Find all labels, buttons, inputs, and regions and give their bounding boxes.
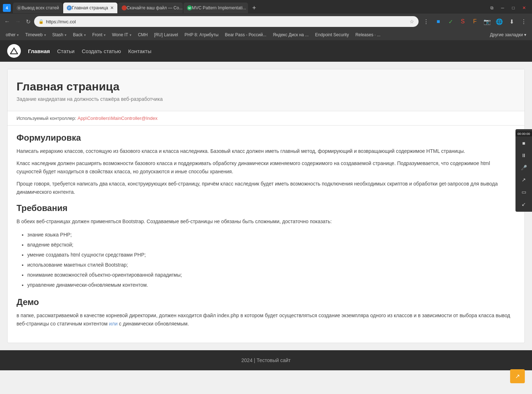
demo-link-ili[interactable]: или bbox=[109, 321, 118, 327]
bookmark-bearpass-label: Bear Pass - Россий... bbox=[225, 32, 267, 37]
fab-button[interactable]: ↗ bbox=[510, 369, 525, 383]
nav-link-home[interactable]: Главная bbox=[28, 48, 50, 54]
bookmark-smn-label: СМН bbox=[138, 32, 148, 37]
tab-favicon-vyvod: V bbox=[17, 5, 22, 10]
bookmark-releases[interactable]: Releases · ... bbox=[353, 32, 383, 38]
bookmark-other-label: other bbox=[6, 32, 15, 37]
bookmark-yandex[interactable]: Яндекс Диск на ... bbox=[270, 32, 312, 38]
side-widget-screen-btn[interactable]: ▭ bbox=[517, 187, 530, 197]
win-minimize-btn[interactable]: ─ bbox=[498, 4, 508, 12]
tab-label-skachat: Скачайте ваш файл — Co... bbox=[127, 5, 183, 10]
hero-title: Главная страница bbox=[17, 80, 515, 93]
bookmark-back[interactable]: Back ▾ bbox=[70, 32, 89, 38]
main-content: Главная страница Задание кандидатам на д… bbox=[0, 62, 532, 350]
browser-ext-2[interactable]: ✓ bbox=[445, 16, 456, 27]
bookmark-endpoint-label: Endpoint Security bbox=[315, 32, 349, 37]
browser-ext-3[interactable]: S bbox=[457, 16, 468, 27]
website-wrapper: Главная Статьи Создать статью Контакты Г… bbox=[0, 40, 532, 370]
back-button[interactable]: ← bbox=[3, 17, 11, 26]
bookmark-woneit-label: Wone IT bbox=[112, 32, 128, 37]
bookmark-back-label: Back bbox=[73, 32, 83, 37]
side-widget-mic-btn[interactable]: 🎤 bbox=[517, 162, 530, 173]
bookmark-front-dropdown: ▾ bbox=[104, 33, 106, 37]
paragraph-formulation-2: Класс наследник должен расширять возможн… bbox=[17, 159, 515, 175]
bookmark-other[interactable]: other ▾ bbox=[3, 32, 22, 38]
toolbar-icons: ⋮ ■ ✓ S F 📷 🌐 ⬇ ⋮ bbox=[421, 16, 529, 27]
side-widget-arrow-up-btn[interactable]: ↗ bbox=[517, 174, 530, 185]
bookmark-bearpass[interactable]: Bear Pass - Россий... bbox=[222, 32, 270, 38]
list-item: знание языка PHP; bbox=[27, 230, 515, 240]
site-footer: 2024 | Тестовый сайт bbox=[0, 350, 532, 370]
list-item: умение создавать html сущности средствам… bbox=[27, 250, 515, 260]
forward-button[interactable]: → bbox=[14, 17, 22, 26]
menu-btn[interactable]: ⋮ bbox=[518, 16, 529, 27]
bookmark-stash[interactable]: Stash ▾ bbox=[50, 32, 70, 38]
tab-label-vyvod: Вывод всех статей bbox=[22, 5, 59, 10]
bookmark-laravel[interactable]: [RU] Laravel bbox=[151, 32, 181, 38]
svg-marker-0 bbox=[10, 48, 18, 54]
side-widget-pause-btn[interactable]: ⏸ bbox=[517, 150, 530, 161]
reload-button[interactable]: ↻ bbox=[24, 17, 32, 27]
tab-mvc[interactable]: M MVC Pattern Implementati... bbox=[183, 3, 248, 13]
bookmark-timeweb[interactable]: Timeweb ▾ bbox=[22, 32, 48, 38]
requirements-list: знание языка PHP; владение вёрсткой; уме… bbox=[17, 230, 515, 290]
bookmark-front[interactable]: Front ▾ bbox=[89, 32, 108, 38]
extensions-btn[interactable]: ⋮ bbox=[421, 16, 431, 27]
section-title-requirements: Требования bbox=[17, 203, 515, 213]
side-widget-stop-btn[interactable]: ■ bbox=[517, 138, 530, 149]
tab-main[interactable]: Г Главная страница ✕ bbox=[63, 3, 117, 13]
paragraph-formulation-1: Написать иерархию классов, состоящую из … bbox=[17, 147, 515, 155]
tab-bar: 4 V Вывод всех статей Г Главная страница… bbox=[0, 0, 532, 14]
bookmark-other-dropdown: ▾ bbox=[17, 33, 19, 37]
tab-favicon-main: Г bbox=[67, 5, 72, 10]
hero-subtitle: Задание кандидатам на должность стажёра … bbox=[17, 96, 515, 102]
controller-link[interactable]: App\Controllers\MainController@Index bbox=[78, 116, 158, 121]
controller-info: Используемый контроллер: App\Controllers… bbox=[8, 111, 524, 126]
nav-link-articles[interactable]: Статьи bbox=[57, 48, 75, 54]
bookmark-woneit[interactable]: Wone IT ▾ bbox=[109, 32, 134, 38]
nav-link-contacts[interactable]: Контакты bbox=[128, 48, 151, 54]
browser-ext-6[interactable]: 🌐 bbox=[494, 16, 505, 27]
tab-skachat[interactable]: Скачайте ваш файл — Co... bbox=[118, 3, 183, 13]
browser-chrome: 4 V Вывод всех статей Г Главная страница… bbox=[0, 0, 532, 40]
tab-close-main[interactable]: ✕ bbox=[110, 5, 114, 10]
section-title-formulation: Формулировка bbox=[17, 133, 515, 143]
bookmark-front-label: Front bbox=[92, 32, 102, 37]
tab-label-mvc: MVC Pattern Implementati... bbox=[192, 5, 246, 10]
browser-ext-1[interactable]: ■ bbox=[433, 16, 444, 27]
side-widget-arrow-down-btn[interactable]: ↙ bbox=[517, 199, 530, 210]
win-restore-btn[interactable]: ⧉ bbox=[487, 4, 497, 12]
bookmark-releases-label: Releases · ... bbox=[355, 32, 381, 37]
bookmark-icon[interactable]: ☆ bbox=[410, 19, 414, 24]
paragraph-requirements-intro: В обеих веб-страницах должен применяться… bbox=[17, 217, 515, 225]
tab-favicon-mvc: M bbox=[187, 5, 192, 10]
section-title-demo: Демо bbox=[17, 297, 515, 307]
side-widget: 00:00:00 ■ ⏸ 🎤 ↗ ▭ ↙ bbox=[515, 129, 532, 212]
bookmark-php8[interactable]: PHP 8: Атрибуты bbox=[182, 32, 221, 38]
bookmark-smn[interactable]: СМН bbox=[135, 32, 150, 38]
new-tab-button[interactable]: + bbox=[250, 4, 258, 12]
address-input-wrap[interactable]: 🔒 https://mvc.col ☆ bbox=[34, 16, 419, 27]
win-maximize-btn[interactable]: □ bbox=[508, 4, 518, 12]
bookmark-laravel-label: [RU] Laravel bbox=[154, 32, 178, 37]
tab-label-main: Главная страница bbox=[72, 5, 108, 10]
footer-text: 2024 | Тестовый сайт bbox=[241, 357, 290, 363]
list-item: управление динамически-обновляемым конте… bbox=[27, 280, 515, 290]
bookmark-woneit-dropdown: ▾ bbox=[130, 33, 131, 37]
bookmark-stash-label: Stash bbox=[52, 32, 64, 37]
bookmarks-bar: other ▾ Timeweb ▾ Stash ▾ Back ▾ Front ▾… bbox=[0, 29, 532, 40]
tab-favicon-skachat bbox=[122, 5, 127, 10]
address-bar: ← → ↻ 🔒 https://mvc.col ☆ ⋮ ■ ✓ S F 📷 🌐 … bbox=[0, 14, 532, 29]
bookmark-php8-label: PHP 8: Атрибуты bbox=[185, 32, 218, 37]
win-close-btn[interactable]: ✕ bbox=[519, 4, 529, 12]
logo-icon bbox=[10, 47, 18, 55]
nav-link-create[interactable]: Создать статью bbox=[82, 48, 121, 54]
controller-prefix: Используемый контроллер: bbox=[17, 116, 76, 121]
bookmarks-more[interactable]: Другие закладки ▾ bbox=[487, 32, 529, 38]
bookmark-endpoint[interactable]: Endpoint Security bbox=[312, 32, 352, 38]
browser-ext-5[interactable]: 📷 bbox=[482, 16, 493, 27]
browser-ext-4[interactable]: F bbox=[470, 16, 480, 27]
window-controls: ⧉ ─ □ ✕ bbox=[487, 4, 529, 12]
browser-ext-7[interactable]: ⬇ bbox=[506, 16, 517, 27]
tab-vyvod[interactable]: V Вывод всех статей bbox=[13, 3, 62, 13]
